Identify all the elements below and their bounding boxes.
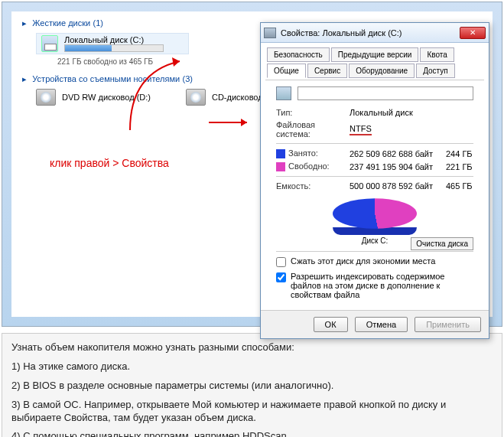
capacity-label: Емкость: bbox=[276, 181, 345, 191]
used-bytes: 262 509 682 688 байт bbox=[350, 149, 441, 158]
compress-label: Сжать этот диск для экономии места bbox=[291, 256, 435, 266]
index-option[interactable]: Разрешить индексировать содержимое файло… bbox=[276, 272, 473, 299]
capacity-bytes: 500 000 878 592 байт bbox=[350, 181, 441, 191]
dialog-title: Свойства: Локальный диск (C:) bbox=[281, 28, 460, 38]
hdd-count: (1) bbox=[93, 18, 103, 28]
type-label: Тип: bbox=[276, 108, 345, 117]
caption-item-1: 1) На этике самого диска. bbox=[11, 360, 493, 373]
tab-security[interactable]: Безопасность bbox=[267, 47, 330, 62]
caption-item-4: 4) С помощью специальных программ, напри… bbox=[11, 430, 493, 437]
disk-name-input[interactable] bbox=[298, 86, 473, 100]
free-color-swatch bbox=[276, 162, 285, 171]
used-color-swatch bbox=[276, 149, 285, 158]
svg-marker-0 bbox=[172, 57, 180, 67]
used-gb: 244 ГБ bbox=[446, 149, 484, 158]
free-label: Свободно: bbox=[276, 161, 345, 171]
caption-item-3: 3) В самой ОС. Например, открываете Мой … bbox=[11, 399, 493, 425]
collapse-triangle-icon[interactable]: ▸ bbox=[22, 18, 27, 28]
dialog-tabs: Безопасность Предыдущие версии Квота Общ… bbox=[261, 43, 489, 80]
compress-option[interactable]: Сжать этот диск для экономии места bbox=[276, 256, 473, 267]
caption-block: Узнать объем накопителя можно узнать раз… bbox=[2, 333, 502, 437]
disk-usage-bar bbox=[64, 44, 164, 52]
tab-sharing[interactable]: Доступ bbox=[416, 64, 455, 78]
local-disk-label: Локальный диск (C:) bbox=[64, 35, 164, 44]
local-disk-item[interactable]: Локальный диск (C:) bbox=[36, 33, 189, 54]
svg-marker-2 bbox=[241, 119, 247, 126]
tab-hardware[interactable]: Оборудование bbox=[349, 64, 415, 78]
dialog-titlebar[interactable]: Свойства: Локальный диск (C:) ✕ bbox=[261, 23, 489, 43]
annotation-arrow-1 bbox=[126, 57, 203, 134]
local-disk-info: Локальный диск (C:) bbox=[64, 35, 164, 52]
caption-item-2: 2) В BIOS в разделе основные параметры с… bbox=[11, 380, 493, 393]
apply-button[interactable]: Применить bbox=[415, 317, 481, 332]
index-checkbox[interactable] bbox=[276, 272, 286, 282]
disk-cleanup-button[interactable]: Очистка диска bbox=[411, 237, 473, 250]
filesystem-label: Файловая система: bbox=[276, 120, 345, 139]
properties-dialog: Свойства: Локальный диск (C:) ✕ Безопасн… bbox=[260, 22, 489, 339]
right-click-hint: клик правой > Свойства bbox=[50, 157, 169, 169]
caption-intro: Узнать объем накопителя можно узнать раз… bbox=[11, 341, 493, 354]
cancel-button[interactable]: Отмена bbox=[355, 317, 408, 332]
ok-button[interactable]: ОК bbox=[314, 317, 348, 332]
dvd-icon bbox=[36, 89, 56, 106]
screenshot-frame: ▸ Жесткие диски (1) Локальный диск (C:) … bbox=[2, 2, 502, 327]
compress-checkbox[interactable] bbox=[276, 257, 286, 267]
close-button[interactable]: ✕ bbox=[460, 27, 486, 39]
tab-general[interactable]: Общие bbox=[267, 64, 306, 78]
drive-icon bbox=[264, 28, 276, 38]
filesystem-value: NTFS bbox=[350, 124, 372, 135]
cd-drive-item[interactable]: CD-дисковод bbox=[212, 93, 263, 102]
free-bytes: 237 491 195 904 байт bbox=[350, 162, 441, 171]
free-gb: 221 ГБ bbox=[446, 162, 484, 171]
index-label: Разрешить индексировать содержимое файло… bbox=[291, 272, 473, 299]
tab-tools[interactable]: Сервис bbox=[307, 64, 347, 78]
annotation-arrow-2 bbox=[209, 111, 255, 134]
dialog-body: Тип: Локальный диск Файловая система: NT… bbox=[265, 80, 484, 310]
section-hdd-label: Жесткие диски bbox=[32, 18, 90, 28]
explorer-area: ▸ Жесткие диски (1) Локальный диск (C:) … bbox=[11, 11, 493, 317]
collapse-triangle-icon[interactable]: ▸ bbox=[22, 74, 27, 83]
type-value: Локальный диск bbox=[350, 108, 441, 117]
hdd-icon bbox=[41, 35, 58, 52]
used-label: Занято: bbox=[276, 148, 345, 158]
tab-previous-versions[interactable]: Предыдущие версии bbox=[331, 47, 419, 62]
tab-quota[interactable]: Квота bbox=[420, 47, 454, 62]
page: ▸ Жесткие диски (1) Локальный диск (C:) … bbox=[0, 2, 504, 437]
dialog-footer: ОК Отмена Применить bbox=[261, 310, 489, 338]
capacity-gb: 465 ГБ bbox=[446, 181, 484, 191]
drive-icon bbox=[276, 86, 291, 100]
